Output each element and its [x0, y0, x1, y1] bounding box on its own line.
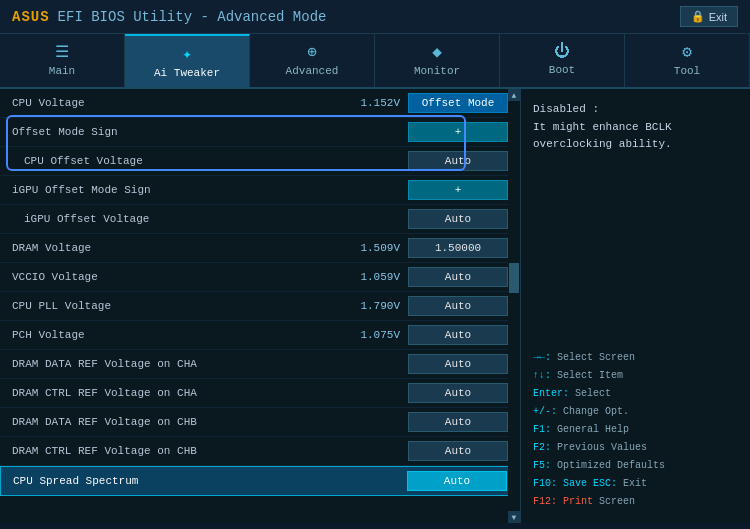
- help-key-f1: F1: General Help: [533, 421, 738, 439]
- exit-button[interactable]: 🔒 Exit: [680, 6, 738, 27]
- tab-ai-tweaker-label: Ai Tweaker: [154, 67, 220, 79]
- advanced-icon: ⊕: [307, 42, 317, 62]
- tab-boot[interactable]: ⏻ Boot: [500, 34, 625, 87]
- main-content: CPU Voltage 1.152V Offset Mode Offset Mo…: [0, 89, 750, 523]
- help-key-f10-esc: F10: Save ESC: Exit: [533, 475, 738, 493]
- info-description: It might enhance BCLK overclocking abili…: [533, 121, 672, 151]
- tab-tool[interactable]: ⚙ Tool: [625, 34, 750, 87]
- row-offset-mode-sign: Offset Mode Sign +: [0, 118, 520, 147]
- help-key-ud: ↑↓: Select Item: [533, 367, 738, 385]
- settings-table: CPU Voltage 1.152V Offset Mode Offset Mo…: [0, 89, 520, 496]
- left-panel: CPU Voltage 1.152V Offset Mode Offset Mo…: [0, 89, 520, 523]
- ai-tweaker-icon: ✦: [182, 44, 192, 64]
- cpu-offset-voltage-value[interactable]: Auto: [408, 151, 508, 171]
- enter-key: Enter:: [533, 388, 569, 399]
- dram-voltage-label: DRAM Voltage: [12, 242, 338, 254]
- dram-data-ref-cha-value[interactable]: Auto: [408, 354, 508, 374]
- help-key-f12: F12: Print Screen: [533, 493, 738, 511]
- screen-label: Screen: [599, 496, 635, 507]
- row-dram-voltage: DRAM Voltage 1.509V 1.50000: [0, 234, 520, 263]
- igpu-offset-mode-sign-label: iGPU Offset Mode Sign: [12, 184, 338, 196]
- scrollbar[interactable]: ▲ ▼: [508, 89, 520, 523]
- scroll-up-arrow[interactable]: ▲: [508, 89, 520, 101]
- igpu-offset-mode-sign-value[interactable]: +: [408, 180, 508, 200]
- dram-ctrl-ref-cha-label: DRAM CTRL REF Voltage on CHA: [12, 387, 338, 399]
- f1-key: F1:: [533, 424, 551, 435]
- help-key-plusminus: +/-: Change Opt.: [533, 403, 738, 421]
- dram-voltage-value[interactable]: 1.50000: [408, 238, 508, 258]
- nav-tabs: ☰ Main ✦ Ai Tweaker ⊕ Advanced ◆ Monitor…: [0, 34, 750, 89]
- exit-icon: 🔒: [691, 10, 705, 23]
- arrow-key: →←:: [533, 352, 551, 363]
- plusminus-key: +/-:: [533, 406, 557, 417]
- dram-data-ref-cha-label: DRAM DATA REF Voltage on CHA: [12, 358, 338, 370]
- dram-ctrl-ref-cha-value[interactable]: Auto: [408, 383, 508, 403]
- cpu-offset-voltage-label: CPU Offset Voltage: [24, 155, 338, 167]
- main-icon: ☰: [55, 42, 69, 62]
- scroll-down-arrow[interactable]: ▼: [508, 511, 520, 523]
- help-key-enter: Enter: Select: [533, 385, 738, 403]
- dram-data-ref-chb-label: DRAM DATA REF Voltage on CHB: [12, 416, 338, 428]
- tab-advanced-label: Advanced: [286, 65, 339, 77]
- header: ASUS EFI BIOS Utility - Advanced Mode 🔒 …: [0, 0, 750, 34]
- asus-logo: ASUS: [12, 9, 50, 25]
- pch-voltage-value[interactable]: Auto: [408, 325, 508, 345]
- row-dram-ctrl-ref-chb: DRAM CTRL REF Voltage on CHB Auto: [0, 437, 520, 466]
- info-text: Disabled : It might enhance BCLK overclo…: [533, 101, 738, 154]
- row-dram-data-ref-cha: DRAM DATA REF Voltage on CHA Auto: [0, 350, 520, 379]
- offset-mode-sign-value[interactable]: +: [408, 122, 508, 142]
- f12-key: F12: Print: [533, 496, 599, 507]
- help-key-f5: F5: Optimized Defaults: [533, 457, 738, 475]
- row-dram-ctrl-ref-cha: DRAM CTRL REF Voltage on CHA Auto: [0, 379, 520, 408]
- exit-label: Exit: [709, 11, 727, 23]
- dram-ctrl-ref-chb-value[interactable]: Auto: [408, 441, 508, 461]
- scrollbar-thumb[interactable]: [509, 263, 519, 293]
- help-key-arrows: →←: Select Screen: [533, 349, 738, 367]
- row-dram-data-ref-chb: DRAM DATA REF Voltage on CHB Auto: [0, 408, 520, 437]
- cpu-voltage-value[interactable]: Offset Mode: [408, 93, 508, 113]
- help-key-f2: F2: Previous Values: [533, 439, 738, 457]
- tab-main-label: Main: [49, 65, 75, 77]
- row-igpu-offset-mode-sign: iGPU Offset Mode Sign +: [0, 176, 520, 205]
- vccio-voltage-current: 1.059V: [338, 271, 408, 283]
- header-title: EFI BIOS Utility - Advanced Mode: [58, 9, 327, 25]
- tab-main[interactable]: ☰ Main: [0, 34, 125, 87]
- cpu-spread-spectrum-value[interactable]: Auto: [407, 471, 507, 491]
- row-cpu-voltage: CPU Voltage 1.152V Offset Mode: [0, 89, 520, 118]
- tool-icon: ⚙: [682, 42, 692, 62]
- dram-ctrl-ref-chb-label: DRAM CTRL REF Voltage on CHB: [12, 445, 338, 457]
- help-keys: →←: Select Screen ↑↓: Select Item Enter:…: [533, 349, 738, 511]
- dram-data-ref-chb-value[interactable]: Auto: [408, 412, 508, 432]
- header-left: ASUS EFI BIOS Utility - Advanced Mode: [12, 9, 326, 25]
- cpu-pll-voltage-label: CPU PLL Voltage: [12, 300, 338, 312]
- row-vccio-voltage: VCCIO Voltage 1.059V Auto: [0, 263, 520, 292]
- row-igpu-offset-voltage: iGPU Offset Voltage Auto: [0, 205, 520, 234]
- ud-key: ↑↓:: [533, 370, 551, 381]
- f2-key: F2:: [533, 442, 551, 453]
- tab-advanced[interactable]: ⊕ Advanced: [250, 34, 375, 87]
- tab-boot-label: Boot: [549, 64, 575, 76]
- pch-voltage-label: PCH Voltage: [12, 329, 338, 341]
- cpu-pll-voltage-value[interactable]: Auto: [408, 296, 508, 316]
- info-status: Disabled :: [533, 103, 599, 115]
- f10-esc-key: F10: Save ESC:: [533, 478, 617, 489]
- boot-icon: ⏻: [554, 42, 570, 61]
- cpu-voltage-current: 1.152V: [338, 97, 408, 109]
- row-cpu-offset-voltage: CPU Offset Voltage Auto: [0, 147, 520, 176]
- monitor-icon: ◆: [432, 42, 442, 62]
- cpu-pll-voltage-current: 1.790V: [338, 300, 408, 312]
- tab-tool-label: Tool: [674, 65, 700, 77]
- tab-monitor-label: Monitor: [414, 65, 460, 77]
- vccio-voltage-value[interactable]: Auto: [408, 267, 508, 287]
- row-cpu-pll-voltage: CPU PLL Voltage 1.790V Auto: [0, 292, 520, 321]
- vccio-voltage-label: VCCIO Voltage: [12, 271, 338, 283]
- row-cpu-spread-spectrum: CPU Spread Spectrum Auto: [0, 466, 520, 496]
- tab-ai-tweaker[interactable]: ✦ Ai Tweaker: [125, 34, 250, 87]
- dram-voltage-current: 1.509V: [338, 242, 408, 254]
- tab-monitor[interactable]: ◆ Monitor: [375, 34, 500, 87]
- f5-key: F5:: [533, 460, 551, 471]
- igpu-offset-voltage-label: iGPU Offset Voltage: [24, 213, 338, 225]
- igpu-offset-voltage-value[interactable]: Auto: [408, 209, 508, 229]
- pch-voltage-current: 1.075V: [338, 329, 408, 341]
- offset-mode-sign-label: Offset Mode Sign: [12, 126, 338, 138]
